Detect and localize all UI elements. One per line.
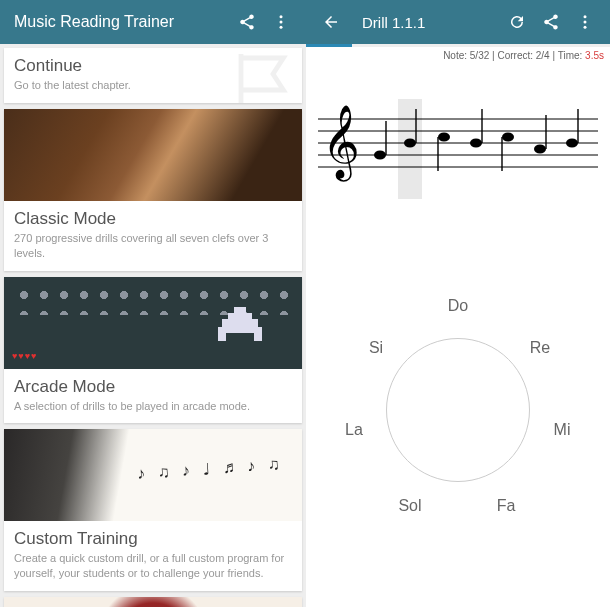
status-time-label: Time:	[558, 50, 583, 61]
status-note-label: Note:	[443, 50, 467, 61]
card-title: Classic Mode	[14, 209, 292, 229]
overflow-menu-icon[interactable]	[264, 5, 298, 39]
note-7	[566, 109, 578, 148]
refresh-icon[interactable]	[500, 5, 534, 39]
svg-point-0	[280, 15, 283, 18]
status-correct-value: 2/4	[536, 50, 550, 61]
music-staff: 𝄞	[306, 63, 610, 213]
card-subtitle: Create a quick custom drill, or a full c…	[14, 551, 292, 581]
wheel-ring	[386, 338, 530, 482]
status-note-value: 5/32	[470, 50, 489, 61]
note-re[interactable]: Re	[520, 339, 560, 357]
staff-svg: 𝄞	[314, 99, 602, 199]
current-note-highlight	[398, 99, 422, 199]
card-arcade-mode[interactable]: ♥♥♥♥ Arcade Mode A selection of drills t…	[4, 277, 302, 424]
note-wheel: Do Re Mi Fa Sol La Si	[306, 213, 610, 607]
svg-point-2	[280, 26, 283, 29]
drill-title: Drill 1.1.1	[348, 14, 500, 31]
svg-point-17	[470, 139, 482, 148]
back-icon[interactable]	[314, 5, 348, 39]
card-custom-training[interactable]: Custom Training Create a quick custom dr…	[4, 429, 302, 591]
overflow-menu-icon[interactable]	[568, 5, 602, 39]
status-bar: Note: 5/32 | Correct: 2/4 | Time: 3.5s	[306, 47, 610, 63]
flag-icon	[216, 48, 302, 103]
card-title: Arcade Mode	[14, 377, 292, 397]
share-icon[interactable]	[534, 5, 568, 39]
note-6	[534, 115, 546, 154]
note-si[interactable]: Si	[356, 339, 396, 357]
card-image-arcade: ♥♥♥♥	[4, 277, 302, 369]
hearts-icon: ♥♥♥♥	[12, 351, 37, 361]
status-correct-label: Correct:	[497, 50, 533, 61]
card-continue[interactable]: Continue Go to the latest chapter.	[4, 48, 302, 103]
note-5	[502, 133, 514, 172]
note-fa[interactable]: Fa	[486, 497, 526, 515]
note-la[interactable]: La	[334, 421, 374, 439]
card-subtitle: A selection of drills to be played in ar…	[14, 399, 292, 414]
card-image-violin	[4, 109, 302, 201]
appbar-left: Music Reading Trainer	[0, 0, 306, 44]
svg-point-23	[566, 139, 578, 148]
card-subtitle: 270 progressive drills covering all seve…	[14, 231, 292, 261]
note-1	[374, 121, 386, 160]
svg-point-11	[374, 151, 386, 160]
card-title: Custom Training	[14, 529, 292, 549]
card-cutoff[interactable]	[4, 597, 302, 607]
svg-point-1	[280, 21, 283, 24]
svg-point-3	[584, 15, 587, 18]
svg-point-13	[404, 139, 416, 148]
appbar-right: Drill 1.1.1	[306, 0, 610, 44]
card-image-sheet	[4, 429, 302, 521]
note-mi[interactable]: Mi	[542, 421, 582, 439]
note-sol[interactable]: Sol	[390, 497, 430, 515]
svg-point-15	[438, 133, 450, 142]
svg-point-5	[584, 26, 587, 29]
menu-list: Continue Go to the latest chapter. Class…	[0, 44, 306, 607]
svg-point-19	[502, 133, 514, 142]
svg-point-21	[534, 145, 546, 154]
card-image-emblem	[4, 597, 302, 607]
svg-point-4	[584, 21, 587, 24]
drill-screen: Drill 1.1.1 Note: 5/32 | Correct: 2/4 | …	[306, 0, 610, 607]
main-menu-screen: Music Reading Trainer Continue Go to the…	[0, 0, 306, 607]
share-icon[interactable]	[230, 5, 264, 39]
app-title: Music Reading Trainer	[8, 13, 230, 31]
note-do[interactable]: Do	[438, 297, 478, 315]
note-4	[470, 109, 482, 148]
status-time-value: 3.5s	[585, 50, 604, 61]
card-classic-mode[interactable]: Classic Mode 270 progressive drills cove…	[4, 109, 302, 271]
treble-clef-icon: 𝄞	[322, 105, 360, 182]
note-3	[438, 133, 450, 172]
